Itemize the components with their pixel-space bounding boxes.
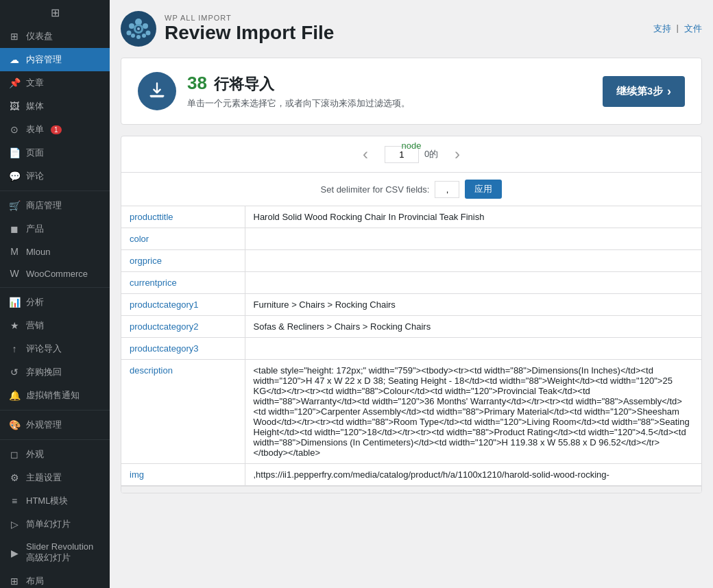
table-row: color — [121, 228, 701, 250]
marketing-icon: ★ — [8, 320, 21, 331]
field-name-currentprice: currentprice — [121, 272, 245, 294]
sidebar-item-html-modules[interactable]: ≡HTML模块 — [0, 489, 110, 513]
header-left: WP ALL IMPORT Review Import File — [121, 11, 334, 47]
data-table-scroll[interactable]: producttitleHarold Solid Wood Rocking Ch… — [121, 206, 701, 486]
summary-description: 单击一个元素来选择它，或者向下滚动来添加过滤选项。 — [187, 97, 410, 110]
svg-point-4 — [127, 31, 132, 36]
sidebar-item-abandoned[interactable]: ↺弃购挽回 — [0, 360, 110, 384]
sidebar-item-label-shop: 商店管理 — [26, 199, 62, 212]
sidebar-item-simple-slides[interactable]: ▷简单幻灯片 — [0, 513, 110, 536]
sidebar-item-label-posts: 文章 — [26, 77, 44, 89]
sidebar-item-dashboard[interactable]: ⊞仪表盘 — [0, 25, 110, 48]
sidebar-divider — [0, 439, 110, 440]
sidebar-item-posts[interactable]: 📌文章 — [0, 71, 110, 95]
field-name-producttitle: producttitle — [121, 206, 245, 228]
sidebar-item-label-media: 媒体 — [26, 100, 44, 112]
woocommerce-icon: W — [8, 268, 21, 279]
delimiter-input[interactable] — [435, 181, 459, 198]
prev-arrow[interactable]: ‹ — [357, 145, 374, 164]
table-row: img,https://ii1.pepperfry.com/media/cata… — [121, 464, 701, 486]
html-modules-icon: ≡ — [8, 495, 21, 506]
mloun-icon: M — [8, 246, 21, 257]
sidebar-item-appearance[interactable]: 🎨外观管理 — [0, 413, 110, 437]
sidebar-item-label-products: 产品 — [26, 223, 44, 235]
svg-point-7 — [142, 34, 146, 38]
brand-name: WP ALL IMPORT — [165, 14, 334, 22]
content-icon: ☁ — [8, 54, 21, 65]
sidebar-item-label-content: 内容管理 — [26, 53, 62, 66]
support-link[interactable]: 支持 — [653, 23, 671, 35]
continue-button[interactable]: 继续第3步 › — [603, 76, 685, 107]
sidebar-divider — [0, 191, 110, 191]
nav-total: 0的 — [424, 148, 438, 160]
field-value-productcategory1: Furniture > Chairs > Rocking Chairs — [245, 294, 701, 316]
sidebar-item-pages[interactable]: 📄页面 — [0, 141, 110, 164]
next-arrow[interactable]: › — [449, 145, 466, 164]
field-name-productcategory2: productcategory2 — [121, 316, 245, 338]
svg-point-5 — [146, 31, 151, 36]
table-row: orgprice — [121, 250, 701, 272]
sidebar-item-media[interactable]: 🖼媒体 — [0, 95, 110, 118]
sidebar-item-themes[interactable]: ◻外观 — [0, 443, 110, 466]
field-value-producttitle: Harold Solid Wood Rocking Chair In Provi… — [245, 206, 701, 228]
dashboard-icon: ⊞ — [8, 31, 21, 42]
table-row: productcategory2Sofas & Recliners > Chai… — [121, 316, 701, 338]
docs-link[interactable]: 文件 — [684, 23, 702, 35]
apply-button[interactable]: 应用 — [465, 180, 502, 199]
sidebar-item-layout[interactable]: ⊞布局 — [0, 569, 110, 588]
svg-point-11 — [137, 27, 140, 30]
field-value-productcategory3 — [245, 338, 701, 360]
field-name-orgprice: orgprice — [121, 250, 245, 272]
header-brand: WP ALL IMPORT Review Import File — [165, 14, 334, 44]
continue-label: 继续第3步 — [616, 85, 663, 98]
count-label: 行将导入 — [214, 75, 274, 93]
posts-icon: 📌 — [8, 77, 21, 88]
slider-revolution-icon: ▶ — [8, 548, 21, 559]
sidebar-item-label-html-modules: HTML模块 — [26, 495, 68, 507]
wp-logo-icon: ⊞ — [51, 6, 60, 19]
table-row: producttitleHarold Solid Wood Rocking Ch… — [121, 206, 701, 228]
forms-icon: ⊙ — [8, 124, 21, 135]
sidebar-item-label-analytics: 分析 — [26, 296, 44, 308]
svg-point-3 — [143, 23, 148, 29]
summary-count-row: 38 行将导入 — [187, 73, 410, 95]
sidebar-item-marketing[interactable]: ★营销 — [0, 314, 110, 337]
analytics-icon: 📊 — [8, 297, 21, 308]
summary-left: 38 行将导入 单击一个元素来选择它，或者向下滚动来添加过滤选项。 — [138, 72, 410, 110]
table-row: currentprice — [121, 272, 701, 294]
main-content: WP ALL IMPORT Review Import File 支持 | 文件… — [110, 0, 713, 588]
table-row: productcategory1Furniture > Chairs > Roc… — [121, 294, 701, 316]
sidebar-item-theme-settings[interactable]: ⚙主题设置 — [0, 466, 110, 489]
sidebar-item-comment-import[interactable]: ↑评论导入 — [0, 337, 110, 360]
node-label: node — [402, 140, 422, 151]
comments-icon: 💬 — [8, 171, 21, 182]
sidebar-divider — [0, 410, 110, 411]
field-name-description: description — [121, 360, 245, 464]
sidebar-item-comments[interactable]: 💬评论 — [0, 164, 110, 188]
sidebar-item-label-abandoned: 弃购挽回 — [26, 366, 62, 378]
sidebar-item-label-pages: 页面 — [26, 147, 44, 159]
sidebar-item-analytics[interactable]: 📊分析 — [0, 291, 110, 314]
simple-slides-icon: ▷ — [8, 519, 21, 530]
sidebar-item-shop[interactable]: 🛒商店管理 — [0, 194, 110, 217]
field-name-productcategory1: productcategory1 — [121, 294, 245, 316]
horizontal-scrollbar[interactable] — [121, 486, 701, 493]
sidebar-item-forms[interactable]: ⊙表单1 — [0, 118, 110, 141]
table-row: description<table style="height: 172px;"… — [121, 360, 701, 464]
field-value-currentprice — [245, 272, 701, 294]
sidebar-item-slider-revolution[interactable]: ▶Slider Revolution 高级幻灯片 — [0, 536, 110, 569]
virtual-sales-icon: 🔔 — [8, 390, 21, 401]
sidebar-item-mloun[interactable]: MMloun — [0, 241, 110, 262]
sidebar-item-label-themes: 外观 — [26, 448, 44, 461]
sidebar-item-content[interactable]: ☁内容管理 — [0, 48, 110, 71]
sidebar-item-label-layout: 布局 — [26, 575, 44, 587]
sidebar: ⊞ ⊞仪表盘☁内容管理📌文章🖼媒体⊙表单1📄页面💬评论🛒商店管理◼产品MMlou… — [0, 0, 110, 588]
sidebar-item-virtual-sales[interactable]: 🔔虚拟销售通知 — [0, 384, 110, 407]
field-value-description: <table style="height: 172px;" width="759… — [245, 360, 701, 464]
sidebar-item-label-dashboard: 仪表盘 — [26, 30, 53, 42]
sidebar-item-woocommerce[interactable]: WWooCommerce — [0, 262, 110, 284]
page-title: Review Import File — [165, 22, 334, 44]
sidebar-item-label-woocommerce: WooCommerce — [26, 269, 88, 279]
sidebar-item-products[interactable]: ◼产品 — [0, 217, 110, 241]
comment-import-icon: ↑ — [8, 343, 21, 354]
